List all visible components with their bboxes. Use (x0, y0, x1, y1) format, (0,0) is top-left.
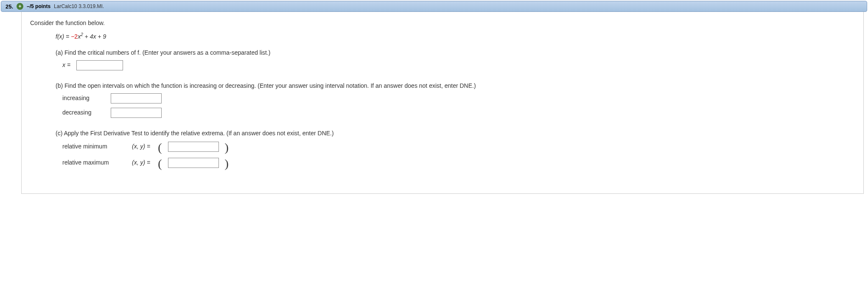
open-paren-icon: ( (158, 142, 162, 154)
critical-numbers-input[interactable] (76, 60, 123, 70)
question-source: LarCalc10 3.3.019.MI. (54, 3, 104, 9)
rel-max-row: relative maximum (x, y) = ( ) (62, 157, 855, 169)
rel-max-input[interactable] (168, 158, 219, 168)
part-a-row: x = (62, 60, 855, 70)
func-coef: −2 (71, 33, 78, 40)
decreasing-label: decreasing (62, 108, 105, 117)
func-prefix: f(x) = (56, 33, 71, 40)
increasing-row: increasing (62, 93, 855, 103)
part-c-text: (c) Apply the First Derivative Test to i… (56, 130, 855, 137)
func-rest: + 4x + 9 (83, 33, 106, 40)
rel-min-label: relative minimum (62, 142, 126, 151)
decreasing-input[interactable] (111, 108, 162, 118)
increasing-input[interactable] (111, 93, 162, 103)
rel-min-input[interactable] (168, 142, 219, 152)
part-b-text: (b) Find the open intervals on which the… (56, 82, 855, 89)
xy-label-max: (x, y) = (132, 158, 150, 167)
close-paren-icon: ) (225, 142, 229, 154)
question-number: 25. (6, 3, 13, 10)
part-a-text: (a) Find the critical numbers of f. (Ent… (56, 49, 855, 56)
points-display: –/5 points (27, 3, 50, 9)
xy-label-min: (x, y) = (132, 142, 150, 151)
expand-icon[interactable]: + (17, 3, 23, 10)
function-expression: f(x) = −2x2 + 4x + 9 (56, 32, 855, 40)
decreasing-row: decreasing (62, 108, 855, 118)
increasing-label: increasing (62, 93, 105, 103)
question-header: 25. + –/5 points LarCalc10 3.3.019.MI. (1, 1, 867, 12)
close-paren-icon: ) (225, 158, 229, 170)
part-a-label: x = (62, 60, 70, 70)
intro-text: Consider the function below. (30, 20, 855, 26)
rel-min-row: relative minimum (x, y) = ( ) (62, 141, 855, 153)
rel-max-label: relative maximum (62, 158, 126, 167)
open-paren-icon: ( (158, 158, 162, 170)
question-body: Consider the function below. f(x) = −2x2… (21, 12, 864, 194)
